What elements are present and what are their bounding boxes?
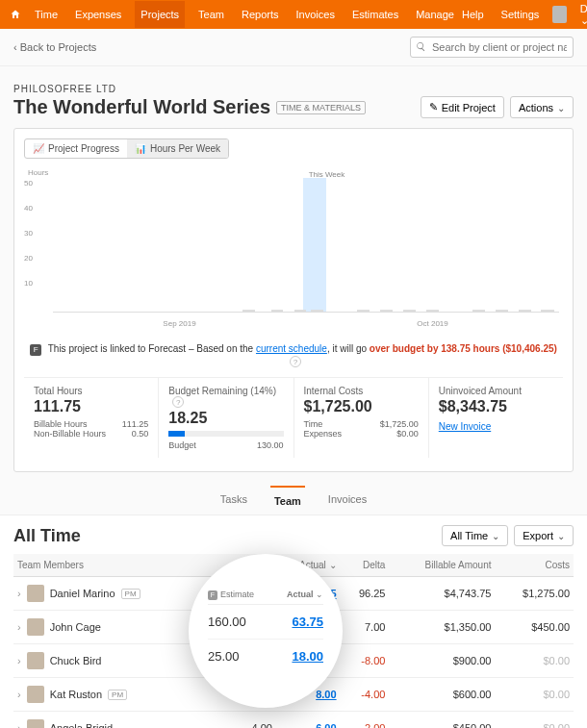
cell-costs: $0.00 (495, 712, 574, 729)
chart-card: 📈 Project Progress 📊 Hours Per Week Hour… (13, 128, 574, 472)
new-invoice-link[interactable]: New Invoice (439, 421, 491, 432)
help-icon[interactable]: ? (290, 356, 301, 367)
avatar (27, 618, 44, 636)
user-menu[interactable]: Daniel ⌄ (576, 0, 587, 35)
avatar (27, 585, 44, 602)
member-name: John Cage (50, 621, 101, 633)
avatar (27, 719, 44, 728)
home-icon[interactable] (10, 9, 21, 20)
member-name: Daniel Marino (50, 588, 115, 599)
team-section: All Time All Time Export Team Members Es… (0, 515, 587, 728)
tab-tasks[interactable]: Tasks (217, 486, 251, 515)
cell-costs: $1,275.00 (495, 577, 574, 611)
chevron-right-icon (17, 689, 21, 700)
nav-reports[interactable]: Reports (238, 1, 283, 28)
nav-manage[interactable]: Manage (412, 1, 458, 28)
project-title: The Wonderful World Series (13, 96, 270, 118)
export-button[interactable]: Export (514, 525, 574, 546)
cell-billable: $900.00 (389, 644, 495, 678)
stat-total-hours: Total Hours 111.75 Billable Hours111.25 … (24, 378, 159, 458)
chevron-down-icon (492, 530, 499, 541)
col-billable: Billable Amount (389, 554, 495, 577)
section-title: All Time (13, 526, 81, 546)
stats-row: Total Hours 111.75 Billable Hours111.25 … (24, 377, 563, 458)
col-members: Team Members (13, 554, 212, 577)
budget-bar (168, 431, 283, 437)
pm-badge: PM (108, 690, 127, 700)
cell-costs: $0.00 (495, 644, 574, 678)
cell-billable: $4,743.75 (389, 577, 495, 611)
client-name: PHILOSOFREE LTD (13, 84, 574, 94)
section-tabs: Tasks Team Invoices (0, 486, 587, 515)
cell-actual[interactable]: 6.00 (276, 712, 341, 729)
cell-costs: $0.00 (495, 678, 574, 712)
time-filter-button[interactable]: All Time (442, 525, 508, 546)
hours-chart: Hours 1020304050 This Week Sep 2019Oct 2… (24, 168, 563, 332)
cell-billable: $1,350.00 (389, 611, 495, 644)
toggle-hours[interactable]: 📊 Hours Per Week (127, 139, 228, 158)
sub-bar: Back to Projects (0, 29, 587, 66)
nav-time[interactable]: Time (31, 1, 62, 28)
nav-projects[interactable]: Projects (135, 1, 185, 28)
toggle-progress[interactable]: 📈 Project Progress (25, 139, 127, 158)
forecast-note: F This project is linked to Forecast – B… (24, 343, 563, 367)
tab-invoices[interactable]: Invoices (324, 486, 370, 515)
nav-team[interactable]: Team (194, 1, 228, 28)
cell-delta: 96.25 (341, 577, 390, 611)
avatar (27, 652, 44, 669)
tab-team[interactable]: Team (270, 486, 305, 515)
col-delta: Delta (341, 554, 390, 577)
cell-costs: $450.00 (495, 611, 574, 644)
magnifier-lens: FEstimate Actual ⌄ 160.0063.75 25.0018.0… (189, 554, 343, 708)
avatar (27, 686, 44, 703)
member-name: Chuck Bird (50, 655, 102, 666)
back-link[interactable]: Back to Projects (13, 41, 96, 53)
chevron-right-icon (17, 655, 21, 666)
actions-button[interactable]: Actions (510, 96, 574, 118)
nav-help[interactable]: Help (458, 1, 488, 28)
pm-badge: PM (121, 589, 140, 599)
cell-billable: $600.00 (389, 678, 495, 712)
search-icon (416, 41, 426, 52)
search-input[interactable] (410, 37, 574, 58)
chevron-down-icon (557, 102, 565, 113)
nav-expenses[interactable]: Expenses (71, 1, 125, 28)
chevron-right-icon (17, 588, 21, 599)
nav-invoices[interactable]: Invoices (293, 1, 339, 28)
stat-budget: Budget Remaining (14%)? 18.25 Budget130.… (159, 378, 294, 458)
chevron-right-icon (17, 722, 21, 728)
stat-uninvoiced: Uninvoiced Amount $8,343.75 New Invoice (429, 378, 563, 458)
cell-estimate: 4.00 (212, 712, 276, 729)
chart-toggle: 📈 Project Progress 📊 Hours Per Week (24, 138, 229, 159)
table-row[interactable]: Angela Brigid4.006.00-2.00$450.00$0.00 (13, 712, 574, 729)
member-name: Angela Brigid (50, 722, 113, 728)
top-nav: Time Expenses Projects Team Reports Invo… (0, 0, 587, 29)
cell-delta: -4.00 (341, 678, 390, 712)
chevron-down-icon (557, 530, 565, 541)
member-name: Kat Ruston (50, 689, 102, 700)
col-costs: Costs (495, 554, 574, 577)
nav-settings[interactable]: Settings (498, 1, 544, 28)
cell-billable: $450.00 (389, 712, 495, 729)
over-budget-warning: over budget by 138.75 hours ($10,406.25) (370, 343, 557, 354)
nav-estimates[interactable]: Estimates (348, 1, 402, 28)
cell-delta: 7.00 (341, 611, 390, 644)
chevron-right-icon (17, 621, 21, 633)
stat-internal-costs: Internal Costs $1,725.00 Time$1,725.00 E… (294, 378, 429, 458)
project-header: PHILOSOFREE LTD The Wonderful World Seri… (0, 66, 587, 118)
edit-project-button[interactable]: ✎ Edit Project (421, 96, 504, 118)
project-type-badge: TIME & MATERIALS (276, 101, 366, 114)
current-schedule-link[interactable]: current schedule (256, 343, 327, 354)
cell-delta: -8.00 (341, 644, 390, 678)
forecast-icon: F (30, 344, 41, 356)
help-icon[interactable]: ? (172, 396, 184, 408)
avatar[interactable] (552, 6, 566, 23)
cell-delta: -2.00 (341, 712, 390, 729)
